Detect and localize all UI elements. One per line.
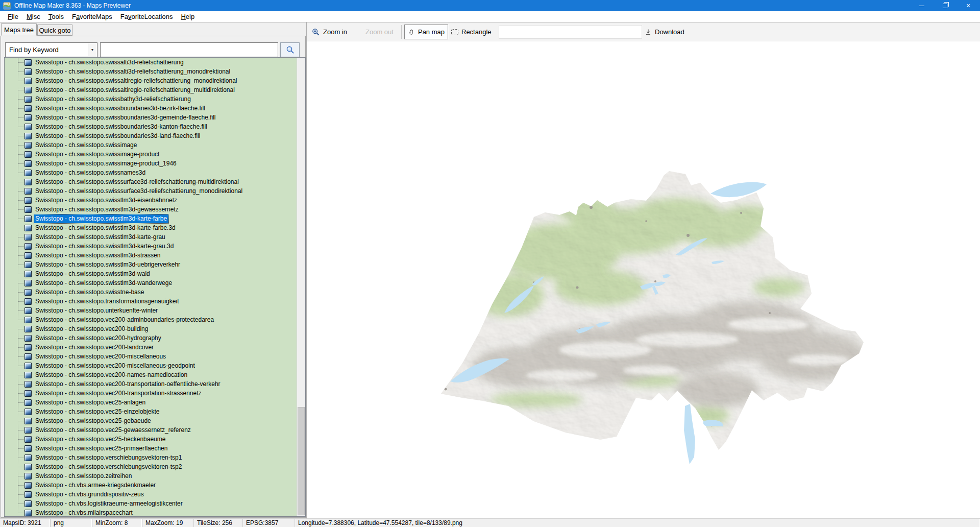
map-layer-icon (24, 464, 32, 470)
maps-tree-item[interactable]: Swisstopo - ch.swisstopo.vec200-miscella… (5, 361, 297, 370)
restore-button[interactable] (933, 0, 957, 11)
tab-maps-tree[interactable]: Maps tree (1, 23, 37, 36)
maps-tree-item[interactable]: Swisstopo - ch.swisstopo.swisstlm3d-stra… (5, 251, 297, 260)
list-scrollbar[interactable] (297, 58, 305, 516)
map-layer-label: Swisstopo - ch.swisstopo.vec200-adminbou… (34, 316, 215, 324)
chevron-down-icon[interactable]: ▼ (88, 43, 96, 56)
maps-tree-item[interactable]: Swisstopo - ch.swisstopo.swisssurface3d-… (5, 177, 297, 186)
map-layer-icon (24, 206, 32, 213)
map-layer-icon (24, 344, 32, 351)
maps-tree-item[interactable]: Swisstopo - ch.swisstopo.swissboundaries… (5, 113, 297, 122)
maps-tree-item[interactable]: Swisstopo - ch.swisstopo.verschiebungsve… (5, 462, 297, 471)
maps-tree-item[interactable]: Swisstopo - ch.swisstopo.swissboundaries… (5, 122, 297, 131)
map-layer-label: Swisstopo - ch.swisstopo.vec25-heckenbae… (34, 435, 167, 444)
maps-tree-item[interactable]: Swisstopo - ch.swisstopo.vec200-transpor… (5, 379, 297, 389)
maps-tree-item[interactable]: Swisstopo - ch.swisstopo.vec200-names-na… (5, 370, 297, 379)
map-layer-icon (24, 381, 32, 388)
maps-tree-item[interactable]: Swisstopo - ch.swisstopo.swissaltiregio-… (5, 76, 297, 85)
maps-tree-item[interactable]: Swisstopo - ch.swisstopo.vec25-anlagen (5, 398, 297, 407)
maps-tree-item[interactable]: Swisstopo - ch.swisstopo.swisstlm3d-eise… (5, 196, 297, 205)
map-layer-icon (24, 124, 32, 130)
map-viewport[interactable] (307, 41, 980, 518)
tab-quick-goto[interactable]: Quick goto (37, 25, 72, 36)
switzerland-relief-map (432, 160, 881, 466)
maps-tree-item[interactable]: Swisstopo - ch.swisstopo.swissalti3d-rel… (5, 67, 297, 76)
maps-tree-item[interactable]: Swisstopo - ch.swisstopo.swisstlm3d-wald (5, 269, 297, 278)
maps-tree-item[interactable]: Swisstopo - ch.vbs.milairspacechart (5, 508, 297, 516)
map-layer-icon (24, 151, 32, 158)
maps-tree-item[interactable]: Swisstopo - ch.swisstopo.swisstlm3d-kart… (5, 232, 297, 242)
menu-favoritemaps[interactable]: FavoriteMaps (68, 12, 116, 21)
map-layer-label: Swisstopo - ch.vbs.grunddispositiv-zeus (34, 490, 145, 499)
map-layer-label: Swisstopo - ch.swisstopo.swisstne-base (34, 288, 145, 297)
maps-tree-item[interactable]: Swisstopo - ch.swisstopo.unterkuenfte-wi… (5, 306, 297, 315)
maps-tree-item[interactable]: Swisstopo - ch.swisstopo.swisstlm3d-wand… (5, 278, 297, 288)
maps-tree-item[interactable]: Swisstopo - ch.swisstopo.swisstne-base (5, 288, 297, 297)
map-layer-label: Swisstopo - ch.swisstopo.vec200-miscella… (34, 362, 197, 370)
tab-quick-goto-label: Quick goto (39, 27, 70, 34)
maps-tree-item-selected[interactable]: Swisstopo - ch.swisstopo.swisstlm3d-kart… (5, 214, 297, 223)
maps-tree-item[interactable]: Swisstopo - ch.swisstopo.vec200-transpor… (5, 389, 297, 398)
map-layer-label: Swisstopo - ch.swisstopo.swisstlm3d-wand… (34, 279, 174, 288)
map-layer-icon (24, 234, 32, 241)
maps-tree-item[interactable]: Swisstopo - ch.swisstopo.zeitreihen (5, 471, 297, 481)
maps-tree-item[interactable]: Swisstopo - ch.swisstopo.vec200-miscella… (5, 352, 297, 361)
maps-tree-item[interactable]: Swisstopo - ch.swisstopo.swissbathy3d-re… (5, 94, 297, 104)
maps-tree-item[interactable]: Swisstopo - ch.swisstopo.swissimage-prod… (5, 150, 297, 159)
keyword-input[interactable] (100, 42, 278, 57)
maps-tree-item[interactable]: Swisstopo - ch.vbs.grunddispositiv-zeus (5, 490, 297, 499)
menu-file[interactable]: File (4, 12, 22, 21)
maps-tree-item[interactable]: Swisstopo - ch.swisstopo.swissimage (5, 140, 297, 150)
maps-tree-item[interactable]: Swisstopo - ch.swisstopo.vec200-building (5, 324, 297, 333)
maps-tree-item[interactable]: Swisstopo - ch.swisstopo.swisstlm3d-uebr… (5, 260, 297, 269)
map-layer-icon (24, 298, 32, 305)
list-scrollbar-thumb[interactable] (298, 407, 305, 515)
maps-tree-item[interactable]: Swisstopo - ch.swisstopo.vec200-landcove… (5, 343, 297, 352)
maps-tree-item[interactable]: Swisstopo - ch.swisstopo.swisstlm3d-kart… (5, 242, 297, 251)
download-button[interactable]: Download (645, 22, 684, 41)
maps-tree-item[interactable]: Swisstopo - ch.swisstopo.swisstlm3d-gewa… (5, 205, 297, 214)
map-layer-icon (24, 225, 32, 231)
minimize-button[interactable] (910, 0, 933, 11)
maps-tree-item[interactable]: Swisstopo - ch.swisstopo.transformations… (5, 297, 297, 306)
maps-tree-item[interactable]: Swisstopo - ch.swisstopo.swisssurface3d-… (5, 186, 297, 196)
maps-tree-item[interactable]: Swisstopo - ch.swisstopo.vec25-einzelobj… (5, 407, 297, 416)
close-button[interactable]: × (957, 0, 980, 11)
map-layer-label: Swisstopo - ch.swisstopo.swissbathy3d-re… (34, 95, 192, 104)
maps-tree-item[interactable]: Swisstopo - ch.vbs.armee-kriegsdenkmaele… (5, 481, 297, 490)
maps-tree-item[interactable]: Swisstopo - ch.swisstopo.vec200-hydrogra… (5, 333, 297, 343)
map-layer-icon (24, 114, 32, 121)
maps-tree-item[interactable]: Swisstopo - ch.swisstopo.swissboundaries… (5, 131, 297, 140)
pan-map-button-active[interactable]: Pan map (404, 25, 448, 39)
restore-icon (943, 4, 947, 8)
map-layer-label: Swisstopo - ch.swisstopo.vec25-gewaesser… (34, 426, 192, 435)
map-layer-icon (24, 390, 32, 397)
menu-favoritelocations[interactable]: FavoriteLocations (116, 12, 177, 21)
maps-tree-item[interactable]: Swisstopo - ch.swisstopo.vec25-heckenbae… (5, 435, 297, 444)
maps-tree-item[interactable]: Swisstopo - ch.swisstopo.vec25-gewaesser… (5, 425, 297, 435)
find-mode-select[interactable]: Find by Keyword ▼ (5, 42, 97, 57)
status-max-zoom: MaxZoom: 19 (142, 519, 194, 527)
map-layer-icon (24, 510, 32, 516)
maps-tree-item[interactable]: Swisstopo - ch.vbs.logistikraeume-armeel… (5, 499, 297, 508)
map-layer-label: Swisstopo - ch.swisstopo.vec25-anlagen (34, 398, 147, 407)
maps-tree-item[interactable]: Swisstopo - ch.swisstopo.swissboundaries… (5, 104, 297, 113)
maps-tree-item[interactable]: Swisstopo - ch.swisstopo.vec200-adminbou… (5, 315, 297, 324)
search-button[interactable] (280, 42, 300, 57)
maps-tree-item[interactable]: Swisstopo - ch.swisstopo.verschiebungsve… (5, 453, 297, 462)
zoom-in-button[interactable]: Zoom in (312, 22, 347, 41)
maps-tree-item[interactable]: Swisstopo - ch.swisstopo.swisstlm3d-kart… (5, 223, 297, 232)
rectangle-button[interactable]: Rectangle (451, 22, 492, 41)
maps-tree-item[interactable]: Swisstopo - ch.swisstopo.swissaltiregio-… (5, 85, 297, 94)
menu-help[interactable]: Help (177, 12, 199, 21)
menu-misc[interactable]: Misc (22, 12, 44, 21)
map-layer-label: Swisstopo - ch.swisstopo.swissimage-prod… (34, 150, 161, 159)
maps-tree-item[interactable]: Swisstopo - ch.swisstopo.swissnames3d (5, 168, 297, 177)
maps-tree-item[interactable]: Swisstopo - ch.swisstopo.vec25-primaerfl… (5, 444, 297, 453)
menu-tools[interactable]: Tools (44, 12, 68, 21)
maps-tree-item[interactable]: Swisstopo - ch.swisstopo.swissalti3d-rel… (5, 58, 297, 67)
maps-tree-item[interactable]: Swisstopo - ch.swisstopo.swissimage-prod… (5, 159, 297, 168)
maps-tree-item[interactable]: Swisstopo - ch.swisstopo.vec25-gebaeude (5, 416, 297, 425)
toolbar-input[interactable] (499, 25, 642, 39)
titlebar[interactable]: Offline Map Maker 8.363 - Maps Previewer… (0, 0, 980, 11)
